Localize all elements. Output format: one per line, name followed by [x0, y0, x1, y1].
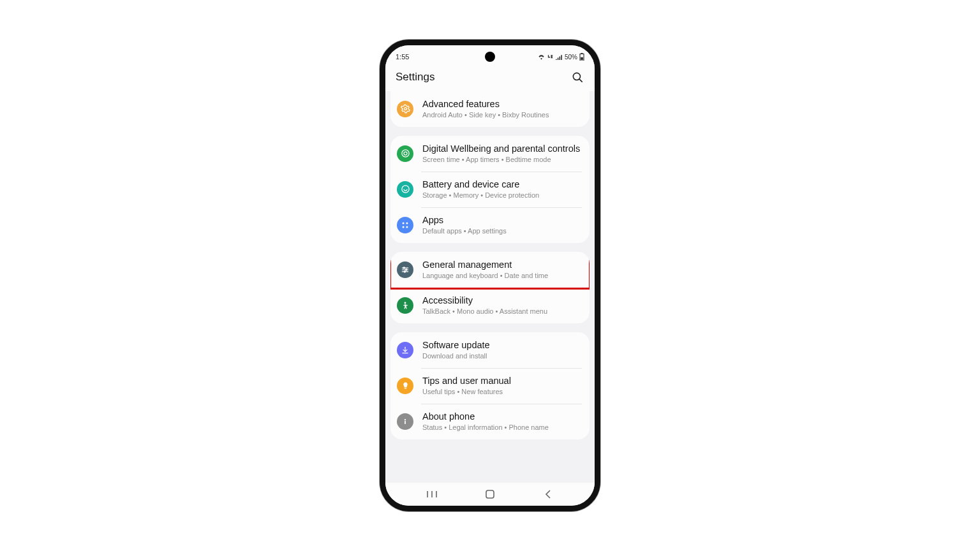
wifi-icon: [538, 54, 545, 60]
settings-group: Software updateDownload and installTips …: [390, 332, 590, 439]
settings-item-title: Software update: [422, 339, 490, 351]
gear-icon: [397, 101, 413, 117]
svg-point-19: [405, 302, 406, 304]
settings-item-text: General managementLanguage and keyboard …: [422, 259, 548, 281]
settings-item-text: AccessibilityTalkBack • Mono audio • Ass…: [422, 295, 547, 316]
settings-item-title: Apps: [422, 214, 507, 226]
navigation-bar: [385, 483, 595, 506]
svg-point-17: [406, 269, 407, 270]
settings-item-title: Tips and user manual: [422, 375, 511, 386]
care-icon: [397, 181, 413, 198]
settings-group: Advanced featuresAndroid Auto • Side key…: [390, 91, 590, 127]
svg-point-5: [404, 108, 406, 110]
settings-item-device-care[interactable]: Battery and device careStorage • Memory …: [390, 172, 590, 207]
app-header: Settings: [385, 63, 595, 91]
settings-item-text: Battery and device careStorage • Memory …: [422, 179, 539, 200]
volte-icon: [547, 54, 554, 60]
settings-group: General managementLanguage and keyboard …: [390, 252, 590, 323]
svg-point-20: [405, 419, 406, 420]
svg-point-3: [573, 73, 580, 80]
svg-point-7: [404, 152, 407, 155]
battery-icon: [579, 53, 584, 61]
highlight-general-management: General managementLanguage and keyboard …: [390, 252, 590, 288]
settings-item-subtitle: Useful tips • New features: [422, 387, 511, 397]
settings-item-subtitle: Android Auto • Side key • Bixby Routines: [422, 110, 549, 120]
settings-item-subtitle: Storage • Memory • Device protection: [422, 191, 539, 200]
svg-rect-21: [405, 421, 406, 424]
svg-point-11: [403, 226, 405, 228]
svg-point-12: [406, 226, 408, 228]
info-icon: [397, 413, 413, 430]
settings-item-title: Accessibility: [422, 295, 547, 306]
svg-point-6: [401, 150, 408, 157]
settings-item-subtitle: Screen time • App timers • Bedtime mode: [422, 155, 580, 165]
settings-item-tips[interactable]: Tips and user manualUseful tips • New fe…: [390, 368, 590, 404]
front-camera: [485, 52, 495, 62]
settings-item-text: AppsDefault apps • App settings: [422, 214, 507, 236]
settings-item-software-update[interactable]: Software updateDownload and install: [390, 332, 590, 368]
settings-item-title: Battery and device care: [422, 179, 539, 190]
settings-list[interactable]: Advanced featuresAndroid Auto • Side key…: [385, 91, 595, 483]
settings-item-advanced-features[interactable]: Advanced featuresAndroid Auto • Side key…: [390, 91, 590, 127]
settings-item-title: About phone: [422, 411, 549, 422]
settings-item-title: Digital Wellbeing and parental controls: [422, 143, 580, 154]
page-title: Settings: [396, 71, 434, 84]
bulb-icon: [397, 378, 413, 394]
settings-group: Digital Wellbeing and parental controlsS…: [390, 136, 590, 243]
status-time: 1:55: [396, 53, 409, 61]
svg-point-18: [404, 271, 405, 272]
recents-icon: [426, 490, 438, 499]
person-icon: [397, 297, 413, 314]
settings-item-subtitle: Default apps • App settings: [422, 226, 507, 236]
settings-item-digital-wellbeing[interactable]: Digital Wellbeing and parental controlsS…: [390, 136, 590, 172]
svg-point-16: [403, 267, 405, 268]
settings-item-subtitle: Status • Legal information • Phone name: [422, 423, 549, 432]
svg-rect-2: [581, 57, 583, 60]
grid-icon: [397, 217, 413, 233]
target-icon: [397, 145, 413, 162]
sliders-icon: [397, 261, 413, 278]
settings-item-subtitle: Download and install: [422, 351, 490, 361]
battery-percent: 50%: [565, 54, 577, 61]
settings-item-general-management[interactable]: General managementLanguage and keyboard …: [390, 252, 590, 288]
home-button[interactable]: [482, 487, 498, 502]
svg-point-10: [406, 222, 408, 224]
settings-item-title: General management: [422, 259, 548, 270]
settings-item-subtitle: Language and keyboard • Date and time: [422, 271, 548, 281]
settings-item-text: Software updateDownload and install: [422, 339, 490, 361]
settings-item-text: About phoneStatus • Legal information • …: [422, 411, 549, 432]
recents-button[interactable]: [424, 487, 440, 502]
settings-item-subtitle: TalkBack • Mono audio • Assistant menu: [422, 307, 547, 316]
signal-icon: [556, 54, 563, 60]
search-button[interactable]: [570, 70, 584, 84]
settings-item-apps[interactable]: AppsDefault apps • App settings: [390, 207, 590, 243]
settings-item-accessibility[interactable]: AccessibilityTalkBack • Mono audio • Ass…: [390, 288, 590, 323]
back-button[interactable]: [540, 487, 556, 502]
status-indicators: 50%: [538, 53, 584, 61]
home-icon: [485, 489, 495, 499]
svg-point-9: [403, 222, 405, 224]
settings-item-text: Digital Wellbeing and parental controlsS…: [422, 143, 580, 165]
search-icon: [572, 71, 584, 84]
settings-item-text: Tips and user manualUseful tips • New fe…: [422, 375, 511, 397]
back-icon: [544, 489, 552, 499]
svg-point-8: [401, 186, 408, 193]
download-icon: [397, 342, 413, 358]
bottom-fade: [0, 513, 980, 551]
svg-line-4: [579, 78, 582, 82]
settings-item-title: Advanced features: [422, 98, 549, 110]
phone-frame: 1:55 50% Settings Advanced featuresAndro…: [380, 40, 600, 511]
settings-item-text: Advanced featuresAndroid Auto • Side key…: [422, 98, 549, 120]
settings-item-about-phone[interactable]: About phoneStatus • Legal information • …: [390, 404, 590, 439]
svg-rect-25: [486, 490, 494, 498]
